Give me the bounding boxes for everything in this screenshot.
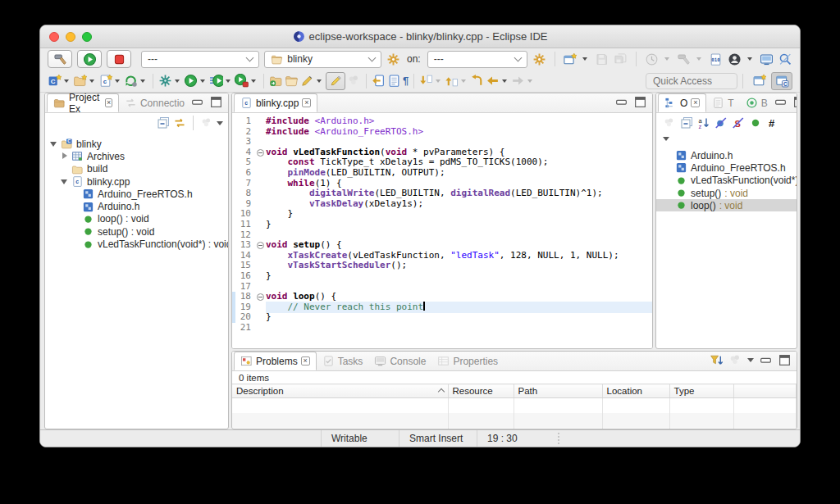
- expand-arrow-icon[interactable]: [61, 152, 68, 160]
- close-icon[interactable]: ×: [301, 356, 310, 366]
- quick-access-input[interactable]: [646, 73, 737, 89]
- gear-icon[interactable]: [532, 52, 546, 66]
- link-with-editor-icon[interactable]: [173, 116, 186, 129]
- column-header-resource[interactable]: Resource: [448, 384, 514, 398]
- dropdown-arrow-icon[interactable]: [200, 79, 205, 83]
- tree-item[interactable]: Archives: [45, 150, 228, 162]
- problems-table[interactable]: DescriptionResourcePathLocationType: [232, 384, 797, 429]
- mark-occurrences-toggle[interactable]: [326, 72, 345, 90]
- dropdown-arrow-icon[interactable]: [89, 79, 94, 83]
- maximize-view-icon[interactable]: [633, 95, 647, 109]
- dropdown-arrow-icon[interactable]: [317, 79, 322, 83]
- collapse-all-icon[interactable]: [157, 116, 170, 129]
- new-c-project-icon[interactable]: C: [48, 74, 62, 88]
- new-window-icon[interactable]: [563, 52, 577, 66]
- minimize-view-icon[interactable]: [759, 353, 773, 367]
- close-icon[interactable]: ×: [105, 98, 112, 107]
- dropdown-arrow-icon[interactable]: [115, 79, 120, 83]
- fold-marker[interactable]: [254, 149, 266, 157]
- minimize-view-icon[interactable]: [614, 95, 628, 109]
- maximize-view-icon[interactable]: [792, 95, 797, 109]
- tree-item[interactable]: build: [45, 163, 228, 175]
- code-line[interactable]: 10 }: [232, 209, 652, 220]
- collapse-arrow-icon[interactable]: [61, 178, 68, 185]
- tab-outline[interactable]: O ×: [658, 93, 706, 112]
- last-edit-icon[interactable]: [470, 74, 484, 88]
- minimize-window-button[interactable]: [66, 32, 75, 42]
- tree-item[interactable]: setup() : void: [656, 187, 797, 199]
- close-icon[interactable]: ×: [691, 98, 700, 107]
- fold-marker[interactable]: [254, 293, 266, 301]
- tab-task-list[interactable]: T: [706, 93, 739, 112]
- dropdown-arrow-icon[interactable]: [582, 57, 587, 61]
- collapse-arrow-icon[interactable]: [50, 140, 57, 148]
- launch-config-select[interactable]: ---: [141, 51, 259, 68]
- maximize-view-icon[interactable]: [209, 95, 223, 109]
- dropdown-arrow-icon[interactable]: [64, 79, 69, 83]
- tree-item[interactable]: Arduino_FreeRTOS.h: [656, 161, 797, 174]
- collapse-all-icon[interactable]: [680, 116, 693, 129]
- build-button[interactable]: [48, 50, 72, 68]
- zoom-window-button[interactable]: [82, 32, 92, 42]
- tree-item[interactable]: loop() : void: [656, 199, 797, 211]
- run-stop-icon[interactable]: [235, 74, 249, 88]
- close-icon[interactable]: ×: [302, 98, 311, 107]
- column-header-type[interactable]: Type: [669, 384, 733, 398]
- new-c-file-icon[interactable]: c: [98, 74, 112, 88]
- outline-filter-icon[interactable]: [663, 137, 669, 141]
- pilcrow-icon[interactable]: ¶: [403, 75, 409, 86]
- column-header-path[interactable]: Path: [514, 384, 602, 398]
- launch-project-select[interactable]: blinky: [264, 51, 381, 68]
- fold-marker[interactable]: [254, 242, 266, 249]
- minimize-view-icon[interactable]: [190, 95, 204, 109]
- new-folder-icon[interactable]: [73, 74, 87, 88]
- tab-connections[interactable]: Connectio: [119, 93, 190, 112]
- statusbar-handle[interactable]: [553, 433, 559, 444]
- terminal-icon[interactable]: [760, 52, 774, 66]
- tab-problems[interactable]: Problems ×: [234, 352, 317, 370]
- run-icon[interactable]: [184, 74, 198, 88]
- run-history-icon[interactable]: [209, 74, 223, 88]
- code-editor[interactable]: 1#include <Arduino.h>2#include <Arduino_…: [232, 113, 652, 348]
- dropdown-arrow-icon[interactable]: [747, 57, 752, 61]
- hide-non-public-icon[interactable]: [749, 116, 762, 129]
- tree-item[interactable]: vLedTaskFunction(void*) : void: [656, 175, 797, 187]
- code-line[interactable]: 19 // Never reach this point: [232, 302, 652, 313]
- user-icon[interactable]: [728, 52, 742, 66]
- dropdown-arrow-icon[interactable]: [175, 79, 180, 83]
- dropdown-arrow-icon[interactable]: [226, 79, 231, 83]
- code-line[interactable]: 16}: [232, 271, 652, 282]
- tab-properties[interactable]: Properties: [431, 352, 504, 370]
- view-menu-icon[interactable]: [217, 121, 223, 125]
- dropdown-arrow-icon[interactable]: [461, 79, 466, 83]
- doc-arrow-icon[interactable]: [372, 74, 386, 88]
- next-annotation-icon[interactable]: [419, 74, 433, 88]
- tab-build-targets[interactable]: B: [740, 93, 774, 112]
- search-pencil-icon[interactable]: [300, 74, 314, 88]
- prev-annotation-icon[interactable]: [445, 74, 459, 88]
- tab-tasks[interactable]: Tasks: [317, 352, 369, 370]
- tree-item[interactable]: setup() : void: [45, 225, 228, 238]
- hide-fields-icon[interactable]: [714, 116, 728, 129]
- connection-select[interactable]: ---: [427, 51, 527, 68]
- code-line[interactable]: 2#include <Arduino_FreeRTOS.h>: [232, 127, 652, 138]
- run-button[interactable]: [77, 50, 102, 68]
- debug-icon[interactable]: [158, 74, 172, 88]
- doc-list-icon[interactable]: [387, 74, 401, 88]
- code-line[interactable]: 11}: [232, 220, 652, 230]
- dropdown-arrow-icon[interactable]: [251, 79, 256, 83]
- code-line[interactable]: 15 vTaskStartScheduler();: [232, 261, 652, 271]
- open-folder-icon[interactable]: [285, 74, 299, 88]
- minimize-view-icon[interactable]: [774, 95, 788, 109]
- hide-static-icon[interactable]: S: [732, 116, 745, 129]
- gear-icon[interactable]: [386, 52, 400, 66]
- dropdown-arrow-icon[interactable]: [436, 79, 441, 83]
- stop-button[interactable]: [107, 50, 131, 68]
- open-perspective-button[interactable]: [748, 72, 769, 90]
- column-header-location[interactable]: Location: [602, 384, 669, 398]
- binary-file-icon[interactable]: 010: [709, 52, 723, 66]
- tree-item[interactable]: loop() : void: [45, 213, 228, 225]
- tab-console[interactable]: Console: [368, 352, 431, 370]
- back-icon[interactable]: [486, 74, 500, 88]
- table-row[interactable]: [232, 413, 797, 428]
